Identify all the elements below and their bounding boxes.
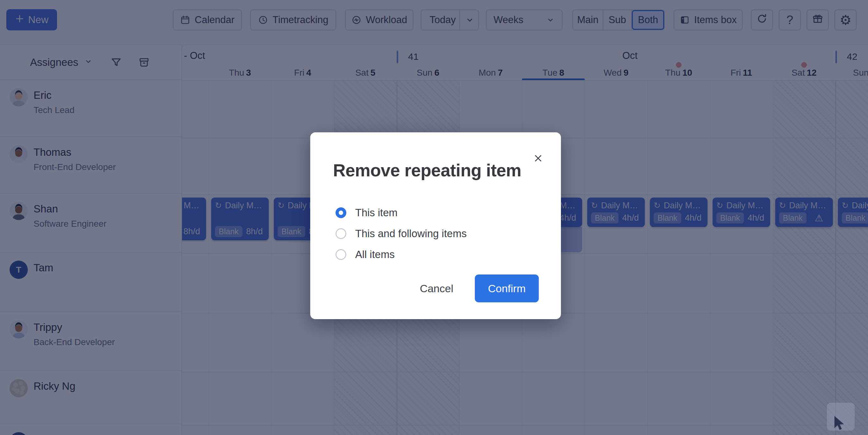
radio-unselected-icon[interactable] [336,249,346,260]
radio-label: All items [355,249,395,260]
radio-unselected-icon[interactable] [336,228,346,239]
radio-option-2[interactable]: All items [336,249,467,260]
remove-repeating-item-dialog: Remove repeating item This itemThis and … [310,132,561,319]
radio-label: This and following items [355,228,467,240]
radio-group: This itemThis and following itemsAll ite… [336,207,467,260]
close-button[interactable] [532,153,545,165]
confirm-button[interactable]: Confirm [475,275,539,302]
radio-option-0[interactable]: This item [336,207,467,219]
app-root: { "toolbar": { "new_label": "New", "cale… [0,0,868,435]
radio-option-1[interactable]: This and following items [336,228,467,240]
mouse-cursor [834,416,848,434]
dialog-title: Remove repeating item [333,160,538,181]
dialog-footer: Cancel Confirm [414,275,539,302]
radio-label: This item [355,207,398,219]
close-icon [533,153,544,165]
cancel-button[interactable]: Cancel [414,279,459,298]
radio-selected-icon[interactable] [336,207,346,218]
